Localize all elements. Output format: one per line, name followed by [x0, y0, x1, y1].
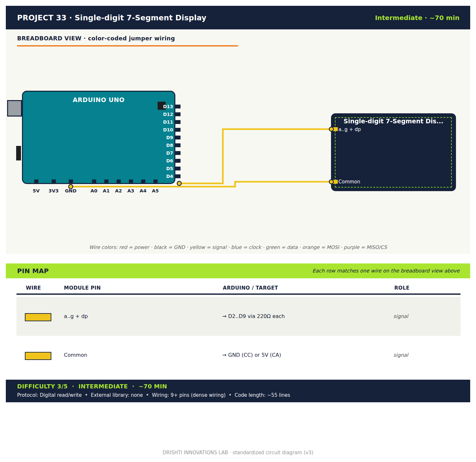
pinmap-subtitle: Each row matches one wire on the breadbo… — [312, 268, 460, 274]
pin-label-d9: D9 — [154, 135, 173, 140]
cell-role: signal — [393, 352, 408, 359]
column-header-target: ARDUINO / TARGET — [223, 285, 278, 291]
pin-stub-d13 — [175, 105, 181, 108]
arduino-board-label: ARDUINO UNO — [23, 96, 174, 103]
header-bar: PROJECT 33 · Single-digit 7-Segment Disp… — [6, 6, 470, 29]
pin-label-d11: D11 — [154, 119, 173, 125]
pin-label-d6: D6 — [154, 158, 173, 163]
pinmap-row-segments: a..g + dp → D2..D9 via 220Ω each signal — [16, 297, 460, 336]
module-title: Single-digit 7-Segment Dis... — [331, 118, 456, 125]
pin-stub-d9 — [175, 136, 181, 139]
section-title-rule — [17, 45, 238, 46]
cell-module-pin: Common — [64, 352, 87, 359]
column-header-role: ROLE — [394, 285, 409, 291]
lab-caption: DRISHTI INNOVATIONS LAB · standardized c… — [0, 450, 476, 456]
usb-connector — [7, 100, 22, 117]
page-title: PROJECT 33 · Single-digit 7-Segment Disp… — [17, 14, 206, 22]
module-pin-label-segments: a..g + dp — [338, 127, 361, 132]
footer-bar: DIFFICULTY 3/5 · INTERMEDIATE · ~70 MIN … — [6, 380, 470, 402]
pin-stub-d5 — [175, 167, 181, 170]
pinmap-title: PIN MAP — [17, 267, 49, 275]
pin-stub-d6 — [175, 159, 181, 163]
difficulty-badge: Intermediate · ~70 min — [375, 14, 460, 22]
pin-label-d12: D12 — [154, 112, 173, 117]
pinmap-header-bar: PIN MAP Each row matches one wire on the… — [6, 263, 470, 278]
column-header-module-pin: MODULE PIN — [64, 285, 101, 291]
pin-label-d4: D4 — [154, 174, 173, 179]
pin-stub-d4 — [175, 174, 181, 178]
wire-endpoint-board — [177, 181, 181, 186]
pin-label-d13: D13 — [154, 104, 173, 109]
pin-label-a5: A5 — [147, 188, 164, 193]
seven-segment-module: Single-digit 7-Segment Dis... a..g + dp … — [331, 113, 456, 191]
power-jack — [16, 146, 21, 160]
cell-target: → GND (CC) or 5V (CA) — [222, 352, 281, 359]
pinmap-row-common: Common → GND (CC) or 5V (CA) signal — [16, 336, 460, 375]
pin-stub-a3 — [129, 180, 133, 184]
pin-stub-d10 — [175, 128, 181, 132]
pin-stub-d12 — [175, 112, 181, 116]
cell-module-pin: a..g + dp — [64, 313, 88, 320]
footer-meta-line: Protocol: Digital read/write • External … — [17, 392, 290, 398]
pin-stub-a0 — [92, 180, 96, 184]
arduino-board: ARDUINO UNO — [22, 91, 175, 184]
pin-stub-a5 — [153, 180, 158, 184]
pin-label-5v: 5V — [27, 188, 45, 193]
wire-segments-signal — [179, 129, 332, 183]
cell-role: signal — [393, 313, 408, 320]
cell-target: → D2..D9 via 220Ω each — [222, 313, 285, 320]
breadboard-section-title: BREADBOARD VIEW · color-coded jumper wir… — [17, 35, 175, 42]
wire-color-legend: Wire colors: red = power · black = GND ·… — [6, 244, 470, 250]
pin-label-d10: D10 — [154, 127, 173, 132]
pin-label-d5: D5 — [154, 166, 173, 171]
pin-label-d8: D8 — [154, 143, 173, 148]
pin-stub-a4 — [141, 180, 145, 184]
pin-stub-gnd — [69, 180, 73, 184]
pin-stub-d11 — [175, 120, 181, 124]
pin-stub-a2 — [117, 180, 121, 184]
table-header-rule — [16, 293, 460, 295]
pin-stub-d7 — [175, 151, 181, 155]
column-header-wire: WIRE — [26, 285, 41, 291]
pin-label-3v3: 3V3 — [45, 188, 62, 193]
page: PROJECT 33 · Single-digit 7-Segment Disp… — [0, 0, 476, 462]
wire-swatch — [25, 313, 51, 321]
pin-stub-d8 — [175, 143, 181, 147]
pin-label-gnd: GND — [62, 188, 79, 193]
breadboard-panel: BREADBOARD VIEW · color-coded jumper wir… — [6, 29, 470, 254]
pin-label-d7: D7 — [154, 150, 173, 156]
wire-swatch — [25, 352, 51, 360]
module-pin-label-common: Common — [338, 179, 360, 185]
footer-difficulty-line: DIFFICULTY 3/5 · INTERMEDIATE · ~70 MIN — [17, 383, 167, 390]
pin-stub-a1 — [104, 180, 109, 184]
pin-stub-3v3 — [52, 180, 56, 184]
pin-stub-5v — [34, 180, 38, 184]
